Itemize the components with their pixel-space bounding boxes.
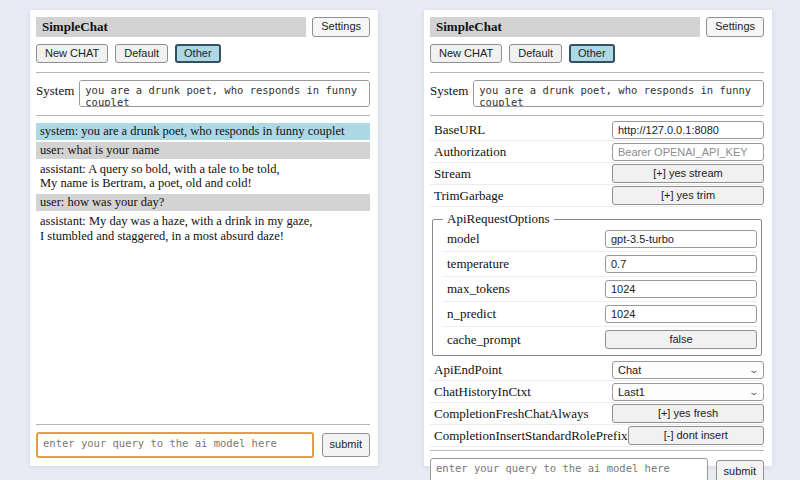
setting-row-api-endpoint: ApiEndPoint Chat ⌄	[430, 359, 764, 381]
setting-row-stream: Stream [+] yes stream	[430, 163, 764, 185]
settings-panel: SimpleChat Settings New CHAT Default Oth…	[424, 10, 772, 466]
system-label: System	[36, 80, 74, 99]
temperature-input[interactable]	[605, 255, 757, 273]
chevron-down-icon: ⌄	[749, 387, 760, 397]
setting-row-n-predict: n_predict	[443, 302, 757, 327]
api-endpoint-selected-value: Chat	[618, 364, 641, 376]
completion-fresh-chat-label: CompletionFreshChatAlways	[434, 406, 612, 422]
chat-log: system: you are a drunk poet, who respon…	[36, 123, 370, 246]
chat-history-select[interactable]: Last1 ⌄	[612, 383, 764, 401]
chat-message-system: system: you are a drunk poet, who respon…	[36, 123, 370, 140]
session-row: New CHAT Default Other	[430, 44, 764, 63]
submit-button[interactable]: submit	[322, 433, 370, 456]
stream-toggle-button[interactable]: [+] yes stream	[612, 164, 764, 183]
chevron-down-icon: ⌄	[749, 365, 760, 375]
session-row: New CHAT Default Other	[36, 44, 370, 63]
chat-history-selected-value: Last1	[618, 386, 645, 398]
setting-row-cache-prompt: cache_prompt false	[443, 327, 757, 352]
system-prompt-row: System you are a drunk poet, who respond…	[36, 80, 370, 107]
system-prompt-row: System you are a drunk poet, who respond…	[430, 80, 764, 107]
baseurl-input[interactable]	[612, 121, 764, 139]
setting-row-baseurl: BaseURL	[430, 119, 764, 141]
divider	[430, 72, 764, 73]
query-row: submit	[430, 458, 764, 480]
stream-label: Stream	[434, 166, 612, 182]
api-request-options-legend: ApiRequestOptions	[443, 211, 554, 227]
divider	[430, 115, 764, 116]
model-label: model	[447, 231, 605, 247]
cache-prompt-label: cache_prompt	[447, 332, 605, 348]
authorization-label: Authorization	[434, 144, 612, 160]
session-tab-other[interactable]: Other	[569, 44, 615, 63]
n-predict-label: n_predict	[447, 306, 605, 322]
chat-message-assistant: assistant: My day was a haze, with a dri…	[36, 213, 370, 245]
session-tab-default[interactable]: Default	[509, 44, 562, 63]
completion-fresh-chat-toggle-button[interactable]: [+] yes fresh	[612, 404, 764, 423]
header: SimpleChat Settings	[430, 17, 764, 37]
model-input[interactable]	[605, 230, 757, 248]
header: SimpleChat Settings	[36, 17, 370, 37]
max-tokens-input[interactable]	[605, 280, 757, 298]
system-prompt-input[interactable]: you are a drunk poet, who responds in fu…	[473, 80, 764, 107]
max-tokens-label: max_tokens	[447, 281, 605, 297]
spacer	[36, 246, 370, 421]
session-tab-default[interactable]: Default	[115, 44, 168, 63]
settings-button[interactable]: Settings	[706, 17, 764, 36]
setting-row-completion-fresh-chat: CompletionFreshChatAlways [+] yes fresh	[430, 403, 764, 425]
chat-message-user: user: how was your day?	[36, 194, 370, 211]
submit-button[interactable]: submit	[716, 460, 764, 480]
setting-row-chat-history-in-ctxt: ChatHistoryInCtxt Last1 ⌄	[430, 381, 764, 403]
divider	[36, 72, 370, 73]
baseurl-label: BaseURL	[434, 122, 612, 138]
api-request-options-fieldset: ApiRequestOptions model temperature max_…	[432, 211, 762, 356]
query-row: submit	[36, 432, 370, 458]
chat-message-assistant: assistant: A query so bold, with a tale …	[36, 161, 370, 193]
cache-prompt-toggle-button[interactable]: false	[605, 330, 757, 349]
divider	[36, 115, 370, 116]
completion-insert-role-prefix-toggle-button[interactable]: [-] dont insert	[628, 426, 764, 445]
system-prompt-input[interactable]: you are a drunk poet, who responds in fu…	[79, 80, 370, 107]
query-input[interactable]	[36, 432, 314, 458]
session-tab-other[interactable]: Other	[175, 44, 221, 63]
settings-button[interactable]: Settings	[312, 17, 370, 36]
new-chat-button[interactable]: New CHAT	[36, 44, 108, 63]
divider	[430, 450, 764, 451]
chat-panel: SimpleChat Settings New CHAT Default Oth…	[30, 10, 378, 466]
system-label: System	[430, 80, 468, 99]
app-title: SimpleChat	[36, 17, 306, 37]
trimgarbage-label: TrimGarbage	[434, 188, 612, 204]
n-predict-input[interactable]	[605, 305, 757, 323]
setting-row-model: model	[443, 227, 757, 252]
chat-message-user: user: what is your name	[36, 142, 370, 159]
setting-row-trimgarbage: TrimGarbage [+] yes trim	[430, 185, 764, 207]
api-endpoint-label: ApiEndPoint	[434, 362, 612, 378]
query-input[interactable]	[430, 458, 708, 480]
setting-row-max-tokens: max_tokens	[443, 277, 757, 302]
divider	[36, 424, 370, 425]
setting-row-authorization: Authorization	[430, 141, 764, 163]
temperature-label: temperature	[447, 256, 605, 272]
api-endpoint-select[interactable]: Chat ⌄	[612, 361, 764, 379]
completion-insert-role-prefix-label: CompletionInsertStandardRolePrefix	[434, 428, 628, 444]
setting-row-completion-insert-role-prefix: CompletionInsertStandardRolePrefix [-] d…	[430, 425, 764, 447]
app-title: SimpleChat	[430, 17, 700, 37]
chat-history-label: ChatHistoryInCtxt	[434, 384, 612, 400]
setting-row-temperature: temperature	[443, 252, 757, 277]
new-chat-button[interactable]: New CHAT	[430, 44, 502, 63]
trimgarbage-toggle-button[interactable]: [+] yes trim	[612, 186, 764, 205]
authorization-input[interactable]	[612, 143, 764, 161]
